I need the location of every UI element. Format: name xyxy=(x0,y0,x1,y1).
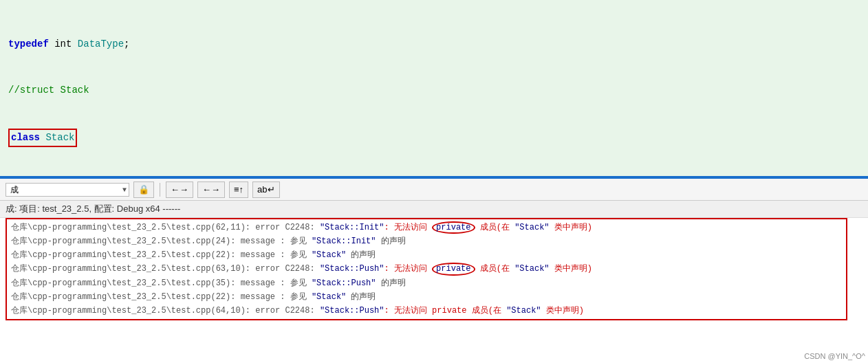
code-editor: typedef int DataType; //struct Stack cla… xyxy=(0,0,868,179)
csdn-watermark: CSDN @YIN_^O^ xyxy=(804,352,865,360)
error-output[interactable]: 仓库\cpp-programming\test_23_2.5\test.cpp(… xyxy=(0,218,868,363)
toolbar: 成 ▼ 🔒 ←→ ←→ ≡↑ ab↵ xyxy=(0,179,868,201)
format-btn[interactable]: ≡↑ xyxy=(229,182,248,198)
build-header-text: 成: 项目: test_23_2.5, 配置: Debug x64 ------ xyxy=(6,204,180,214)
error-line-1: 仓库\cpp-programming\test_23_2.5\test.cpp(… xyxy=(0,221,868,234)
word-wrap-btn[interactable]: ab↵ xyxy=(252,182,279,198)
code-line-1: typedef int DataType; xyxy=(8,36,860,52)
error-line-7: 仓库\cpp-programming\test_23_2.5\test.cpp(… xyxy=(0,304,868,318)
error-lines-wrapper: 仓库\cpp-programming\test_23_2.5\test.cpp(… xyxy=(0,218,868,320)
build-dropdown[interactable]: 成 xyxy=(6,183,129,197)
private-circle-1: private xyxy=(432,221,475,234)
bottom-panel: 成 ▼ 🔒 ←→ ←→ ≡↑ ab↵ 成: 项目: test_23_2.5, 配… xyxy=(0,179,868,363)
lock-icon-btn[interactable]: 🔒 xyxy=(133,182,154,198)
build-header: 成: 项目: test_23_2.5, 配置: Debug x64 ------ xyxy=(0,201,868,218)
dropdown-wrapper[interactable]: 成 ▼ xyxy=(6,183,129,197)
code-line-4: { xyxy=(8,177,860,179)
error-line-4: 仓库\cpp-programming\test_23_2.5\test.cpp(… xyxy=(0,262,868,276)
error-line-6: 仓库\cpp-programming\test_23_2.5\test.cpp(… xyxy=(0,290,868,304)
align-left-btn[interactable]: ←→ xyxy=(166,182,193,198)
code-line-2: //struct Stack xyxy=(8,82,860,98)
error-line-2: 仓库\cpp-programming\test_23_2.5\test.cpp(… xyxy=(0,234,868,248)
error-line-5: 仓库\cpp-programming\test_23_2.5\test.cpp(… xyxy=(0,276,868,290)
separator-1 xyxy=(160,183,160,197)
private-circle-2: private xyxy=(432,263,475,275)
error-line-3: 仓库\cpp-programming\test_23_2.5\test.cpp(… xyxy=(0,248,868,262)
code-line-3: class Stack xyxy=(8,129,860,146)
class-stack-highlight: class Stack xyxy=(8,129,77,146)
align-right-btn[interactable]: ←→ xyxy=(197,182,225,198)
